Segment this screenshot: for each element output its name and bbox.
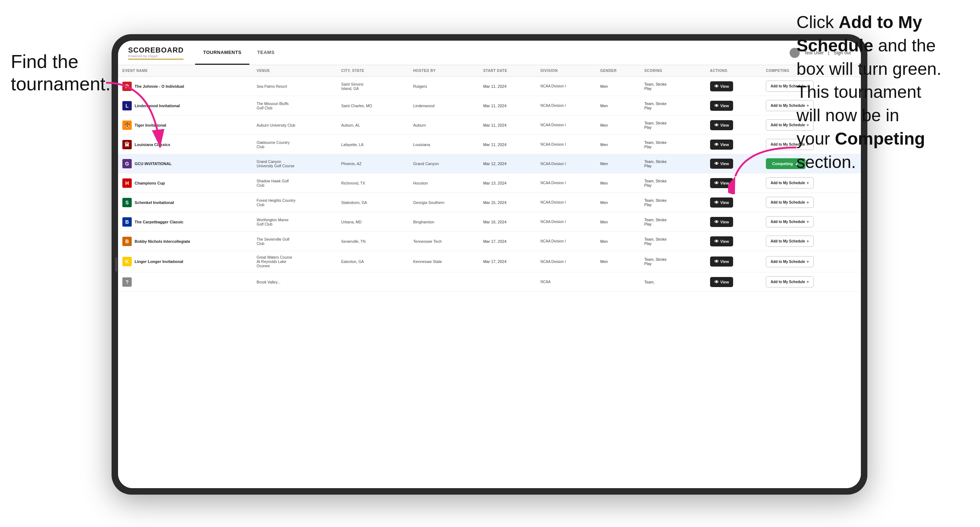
col-actions: ACTIONS — [706, 65, 762, 77]
plus-icon: + — [807, 238, 810, 244]
date-cell: Mar 17, 2024 — [479, 251, 536, 272]
date-cell — [479, 272, 536, 292]
division-cell: NCAA Division I — [536, 251, 596, 272]
logo-text: SCOREBOARD — [128, 46, 183, 54]
tablet-screen: SCOREBOARD Powered by clippd TOURNAMENTS… — [118, 41, 861, 488]
eye-icon: 👁 — [714, 142, 719, 147]
event-name-cell: 🐯 Tiger Invitational — [118, 116, 252, 135]
tablet-frame: SCOREBOARD Powered by clippd TOURNAMENTS… — [111, 34, 867, 495]
eye-icon: 👁 — [714, 161, 719, 166]
venue-cell: Brook Valley... — [252, 272, 337, 292]
add-to-schedule-button[interactable]: Add to My Schedule+ — [766, 216, 814, 227]
view-button[interactable]: 👁 View — [710, 120, 733, 130]
scoring-cell: Team, Stroke Play — [640, 193, 705, 212]
hosted-cell: Grand Canyon — [409, 154, 479, 173]
date-cell: Mar 17, 2024 — [479, 232, 536, 251]
gender-cell: Men — [596, 116, 640, 135]
actions-cell: 👁 View — [706, 212, 762, 232]
division-cell: NCAA Division I — [536, 135, 596, 154]
event-name-text: Linger Longer Invitational — [135, 259, 183, 264]
table-row: L Lindenwood Invitational The Missouri B… — [118, 96, 861, 116]
date-cell: Mar 11, 2024 — [479, 96, 536, 116]
gender-cell: Men — [596, 96, 640, 116]
team-logo: 🐯 — [123, 121, 132, 130]
actions-cell: 👁 View — [706, 116, 762, 135]
gender-cell — [596, 272, 640, 292]
actions-cell: 👁 View — [706, 193, 762, 212]
add-schedule-label: Add to My Schedule — [770, 280, 805, 284]
hosted-cell: Kennesaw State — [409, 251, 479, 272]
event-name-text: Bobby Nichols Intercollegiate — [135, 239, 190, 243]
city-cell: Phoenix, AZ — [337, 154, 409, 173]
view-button[interactable]: 👁 View — [710, 140, 733, 150]
add-schedule-label: Add to My Schedule — [770, 260, 805, 264]
scoring-cell: Team, Stroke Play — [640, 135, 705, 154]
view-button[interactable]: 👁 View — [710, 197, 733, 208]
competing-cell: Add to My Schedule+ — [762, 193, 861, 212]
view-button[interactable]: 👁 View — [710, 217, 733, 227]
team-logo: B — [123, 217, 132, 227]
team-logo: K — [123, 257, 132, 266]
eye-icon: 👁 — [714, 200, 719, 205]
competing-cell: Add to My Schedule+ — [762, 212, 861, 232]
table-body: R The Johnnie - O Individual Sea Palms R… — [118, 77, 861, 292]
view-button[interactable]: 👁 View — [710, 257, 733, 267]
team-logo: G — [123, 159, 132, 168]
city-cell: Saint Simons Island, GA — [337, 77, 409, 96]
tournaments-table-container: EVENT NAME VENUE CITY, STATE HOSTED BY S… — [118, 65, 861, 488]
actions-cell: 👁 View — [706, 135, 762, 154]
hosted-cell: Auburn — [409, 116, 479, 135]
scoring-cell: Team, Stroke Play — [640, 212, 705, 232]
table-row: G GCU INVITATIONAL Grand Canyon Universi… — [118, 154, 861, 173]
plus-icon: + — [807, 200, 810, 205]
view-button[interactable]: 👁 View — [710, 101, 733, 111]
col-city-state: CITY, STATE — [337, 65, 409, 77]
venue-cell: The Missouri Bluffs Golf Club — [252, 96, 337, 116]
hosted-cell — [409, 272, 479, 292]
view-button[interactable]: 👁 View — [710, 237, 733, 246]
venue-cell: Auburn University Club — [252, 116, 337, 135]
scoring-cell: Team, Stroke Play — [640, 251, 705, 272]
event-name-cell: ? — [118, 272, 252, 292]
team-logo: B — [123, 237, 132, 246]
division-cell: NCAA — [536, 272, 596, 292]
col-start-date: START DATE — [479, 65, 536, 77]
col-event-name: EVENT NAME — [118, 65, 252, 77]
hosted-cell: Lindenwood — [409, 96, 479, 116]
col-scoring: SCORING — [640, 65, 705, 77]
scoreboard-logo: SCOREBOARD Powered by clippd — [128, 46, 183, 60]
add-to-schedule-button[interactable]: Add to My Schedule+ — [766, 236, 814, 247]
actions-cell: 👁 View — [706, 232, 762, 251]
date-cell: Mar 15, 2024 — [479, 193, 536, 212]
hosted-cell: Binghamton — [409, 212, 479, 232]
tab-teams[interactable]: TEAMS — [250, 41, 283, 65]
city-cell: Urbana, MD — [337, 212, 409, 232]
tab-tournaments[interactable]: TOURNAMENTS — [195, 41, 249, 65]
date-cell: Mar 12, 2024 — [479, 154, 536, 173]
competing-cell: Add to My Schedule+ — [762, 272, 861, 292]
add-to-schedule-button[interactable]: Add to My Schedule+ — [766, 276, 814, 287]
city-cell: Richmond, TX — [337, 173, 409, 193]
hosted-cell: Louisiana — [409, 135, 479, 154]
eye-icon: 👁 — [714, 103, 719, 108]
annotation-right: Click Add to MySchedule and thebox will … — [797, 11, 969, 174]
view-button[interactable]: 👁 View — [710, 81, 733, 91]
hosted-cell: Tennessee Tech — [409, 232, 479, 251]
add-to-schedule-button[interactable]: Add to My Schedule+ — [766, 256, 814, 267]
tournaments-table: EVENT NAME VENUE CITY, STATE HOSTED BY S… — [118, 65, 861, 292]
hosted-cell: Georgia Southern — [409, 193, 479, 212]
date-cell: Mar 11, 2024 — [479, 135, 536, 154]
add-to-schedule-button[interactable]: Add to My Schedule+ — [766, 197, 814, 208]
event-name-cell: B Bobby Nichols Intercollegiate — [118, 232, 252, 251]
view-button[interactable]: 👁 View — [710, 159, 733, 169]
col-gender: GENDER — [596, 65, 640, 77]
venue-cell: Sea Palms Resort — [252, 77, 337, 96]
team-logo: H — [123, 178, 132, 188]
view-button[interactable]: 👁 View — [710, 277, 733, 287]
hosted-cell: Houston — [409, 173, 479, 193]
division-cell: NCAA Division I — [536, 116, 596, 135]
add-to-schedule-button[interactable]: Add to My Schedule+ — [766, 177, 814, 189]
venue-cell: Shadow Hawk Golf Club — [252, 173, 337, 193]
view-button[interactable]: 👁 View — [710, 178, 733, 188]
add-schedule-label: Add to My Schedule — [770, 220, 805, 224]
